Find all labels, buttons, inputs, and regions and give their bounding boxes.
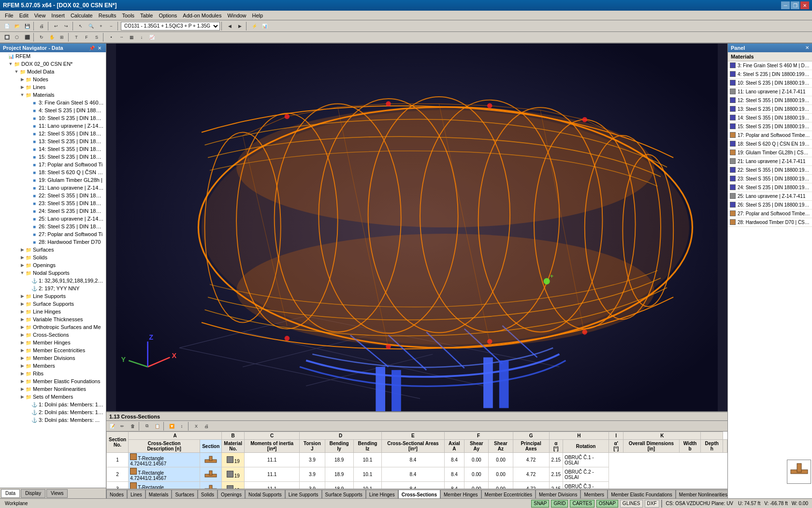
tree-item[interactable]: ▶📁Cross-Sections <box>0 331 106 339</box>
bottom-tab-member-divisions[interactable]: Member Divisions <box>536 490 580 498</box>
table-excel[interactable]: X <box>191 421 201 431</box>
menu-file[interactable]: File <box>2 12 16 19</box>
status-snap[interactable]: SNAP <box>531 500 549 508</box>
prev-btn[interactable]: ◀ <box>225 21 234 31</box>
menu-edit[interactable]: Edit <box>16 12 31 19</box>
material-item[interactable]: 14: Steel S 355 | DIN 18800:1990-11 <box>728 114 812 122</box>
menu-view[interactable]: View <box>31 12 49 19</box>
tree-item[interactable]: ⚓3: Dolní pás: Members: ... <box>0 416 106 424</box>
tree-item[interactable]: ▶📁Member Divisions <box>0 354 106 362</box>
tree-item[interactable]: ▶📁Member Hinges <box>0 339 106 346</box>
bottom-tab-nodes[interactable]: Nodes <box>106 490 127 498</box>
tree-item[interactable]: ■19: Glulam Timber GL28h | <box>0 176 106 184</box>
viewport[interactable]: + X Z Y 1.13 Cross-Sections 📝 ✏ <box>106 44 727 498</box>
bottom-tab-nodal-supports[interactable]: Nodal Supports <box>245 490 285 498</box>
tree-item[interactable]: ▼📁Nodal Supports <box>0 269 106 277</box>
results-button[interactable]: 📊 <box>260 21 269 31</box>
tree-item[interactable]: ▼📁Model Data <box>0 68 106 75</box>
member-display-btn[interactable]: ╌ <box>116 32 126 42</box>
tree-item[interactable]: ■12: Steel S 355 | DIN 18800: <box>0 130 106 137</box>
view-front-button[interactable]: F <box>82 32 91 42</box>
tree-item[interactable]: ▶📁Member Eccentricities <box>0 346 106 354</box>
tree-item[interactable]: ▶📁Surface Supports <box>0 300 106 308</box>
close-button[interactable]: ✕ <box>800 1 809 9</box>
next-btn[interactable]: ▶ <box>235 21 245 31</box>
table-new-row[interactable]: 📝 <box>107 421 117 431</box>
tree-item[interactable]: ▶📁Solids <box>0 254 106 261</box>
menu-addon[interactable]: Add-on Modules <box>180 12 224 19</box>
zoom-button[interactable]: 🔍 <box>86 21 96 31</box>
menu-options[interactable]: Options <box>156 12 180 19</box>
material-item[interactable]: 22: Steel S 355 | DIN 18800:1990-11 <box>728 166 812 175</box>
tree-item[interactable]: ▶📁Orthotropic Surfaces and Me <box>0 323 106 331</box>
bottom-tab-surfaces[interactable]: Surfaces <box>172 490 197 498</box>
calc-button[interactable]: ⚡ <box>249 21 259 31</box>
tree-item[interactable]: ▶📁Member Nonlinearities <box>0 385 106 393</box>
menu-tools[interactable]: Tools <box>119 12 137 19</box>
tree-item[interactable]: ▶📁Line Hinges <box>0 308 106 315</box>
material-item[interactable]: 12: Steel S 355 | DIN 18800:1990-11 <box>728 96 812 105</box>
tree-item[interactable]: ■28: Hardwood Timber D70 <box>0 238 106 246</box>
material-item[interactable]: 21: Lano upravene | Z-14.7-411 <box>728 157 812 166</box>
bottom-tab-surface-supports[interactable]: Surface Supports <box>322 490 366 498</box>
restore-button[interactable]: ❐ <box>791 1 799 9</box>
tree-item[interactable]: ▶📁Member Elastic Foundations <box>0 377 106 385</box>
tree-item[interactable]: ■10: Steel S 235 | DIN 18800: <box>0 114 106 122</box>
tree-item[interactable]: ▼📁DOX 02_00 CSN EN* <box>0 60 106 68</box>
pan-button[interactable]: ✋ <box>47 32 57 42</box>
bottom-tab-member-hinges[interactable]: Member Hinges <box>440 490 481 498</box>
tree-item[interactable]: ■13: Steel S 235 | DIN 18800: <box>0 137 106 145</box>
material-item[interactable]: 11: Lano upravene | Z-14.7-411 <box>728 88 812 96</box>
tree-item[interactable]: ▶📁Lines <box>0 83 106 91</box>
tree-item[interactable]: ■17: Poplar and Softwood Ti <box>0 161 106 168</box>
tree-item[interactable]: ■26: Steel S 235 | DIN 18800: <box>0 223 106 230</box>
table-row[interactable]: 1T-Rectangle 4.72441/2.145671911.13.918.… <box>107 453 727 467</box>
table-print[interactable]: 🖨 <box>202 421 211 431</box>
tree-item[interactable]: ■14: Steel S 355 | DIN 18800: <box>0 145 106 153</box>
result-display-btn[interactable]: 📈 <box>147 32 157 42</box>
view-top-button[interactable]: T <box>72 32 81 42</box>
material-item[interactable]: 18: Steel S 620 Q | ČSN EN 1993-1-12:200 <box>728 140 812 149</box>
material-item[interactable]: 13: Steel S 235 | DIN 18800:1990-11 <box>728 105 812 114</box>
material-item[interactable]: 17: Poplar and Softwood Timber C24 | ČSN <box>728 131 812 140</box>
table-copy[interactable]: ⧉ <box>142 421 152 431</box>
status-glines[interactable]: GLINES <box>620 500 643 508</box>
material-item[interactable]: 23: Steel S 355 | DIN 18800:1990-11 <box>728 175 812 183</box>
bottom-tab-member-elastic-foundations[interactable]: Member Elastic Foundations <box>608 490 676 498</box>
zoom-in-button[interactable]: + <box>96 21 106 31</box>
status-osnap[interactable]: OSNAP <box>596 500 618 508</box>
material-item[interactable]: 10: Steel S 235 | DIN 18800:1990-11 <box>728 79 812 88</box>
tree-item[interactable]: ■3: Fine Grain Steel S 460 M | <box>0 99 106 106</box>
new-button[interactable]: 📄 <box>2 21 12 31</box>
tree-item[interactable]: ▶📁Nodes <box>0 75 106 83</box>
tree-item[interactable]: ■22: Steel S 355 | DIN 18800: <box>0 192 106 199</box>
tree-item[interactable]: ■11: Lano upravene | Z-14.7- <box>0 122 106 130</box>
material-item[interactable]: 24: Steel S 235 | DIN 18800:1990-11 <box>728 183 812 192</box>
tree-item[interactable]: ■27: Poplar and Softwood Ti <box>0 230 106 238</box>
bottom-tab-line-supports[interactable]: Line Supports <box>285 490 322 498</box>
table-filter[interactable]: 🔽 <box>167 421 176 431</box>
fit-all-button[interactable]: ⊞ <box>57 32 67 42</box>
table-wrap[interactable]: SectionNo. A B C D E F G H I K <box>106 432 727 489</box>
rotate-button[interactable]: ↻ <box>37 32 46 42</box>
tree-item[interactable]: ■4: Steel S 235 | DIN 18800:1 <box>0 106 106 114</box>
load-case-combo[interactable]: CO131 - 1.35G1 + 1.5QiC3 + P + 1.35G <box>121 22 220 30</box>
status-cartes[interactable]: CARTES <box>570 500 594 508</box>
bottom-tab-solids[interactable]: Solids <box>198 490 218 498</box>
print-button[interactable]: 🖨 <box>37 21 46 31</box>
tree-item[interactable]: ▶📁Openings <box>0 261 106 269</box>
material-item[interactable]: 28: Hardwood Timber D70 | ČSN EN 338:20 <box>728 218 812 227</box>
menu-insert[interactable]: Insert <box>48 12 68 19</box>
tree-item[interactable]: ▶📁Surfaces <box>0 246 106 254</box>
minimize-button[interactable]: ─ <box>781 1 790 9</box>
menu-calculate[interactable]: Calculate <box>68 12 96 19</box>
menu-results[interactable]: Results <box>96 12 119 19</box>
status-dxf[interactable]: DXF <box>645 500 659 508</box>
solid-button[interactable]: ⬛ <box>22 32 32 42</box>
menu-window[interactable]: Window <box>224 12 249 19</box>
material-item[interactable]: 25: Lano upravene | Z-14.7-411 <box>728 192 812 201</box>
node-display-btn[interactable]: • <box>106 32 116 42</box>
material-item[interactable]: 26: Steel S 235 | DIN 18800:1990-11 <box>728 201 812 209</box>
tree-item[interactable]: ■15: Steel S 235 | DIN 18800: <box>0 153 106 161</box>
bottom-tab-openings[interactable]: Openings <box>218 490 245 498</box>
